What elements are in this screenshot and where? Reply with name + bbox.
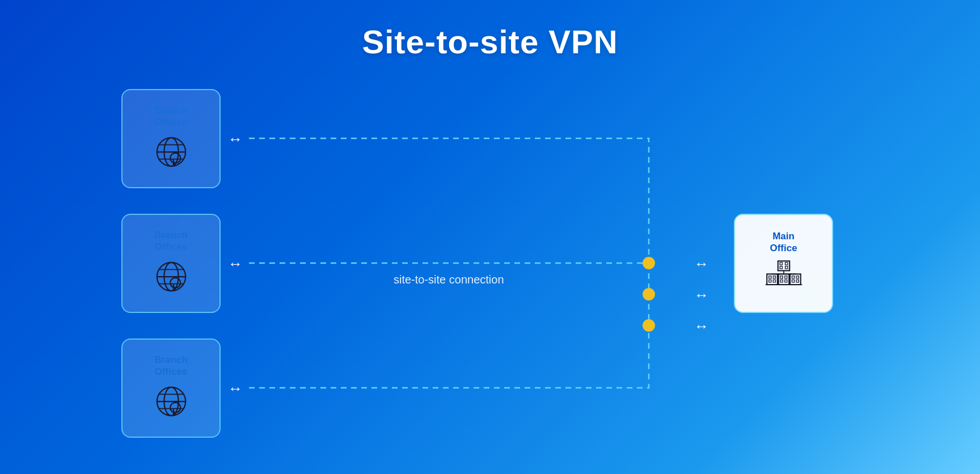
- svg-rect-45: [796, 280, 799, 282]
- globe-icon-top: [151, 132, 192, 172]
- svg-point-15: [172, 287, 175, 290]
- main-office-box: MainOffice: [734, 214, 833, 313]
- arrow-bottom: ↔: [228, 380, 243, 397]
- svg-point-50: [643, 288, 655, 301]
- branch-top-label: BranchOffices: [154, 105, 188, 128]
- svg-point-23: [172, 412, 175, 415]
- svg-rect-44: [792, 280, 794, 282]
- svg-rect-34: [768, 280, 771, 282]
- svg-rect-35: [773, 280, 775, 282]
- svg-rect-40: [784, 280, 787, 282]
- svg-rect-26: [785, 263, 787, 265]
- arrow-right-bottom: ↔: [694, 318, 709, 335]
- svg-rect-27: [780, 266, 782, 269]
- arrow-top: ↔: [228, 130, 243, 148]
- main-office-label: MainOffice: [770, 231, 797, 254]
- svg-rect-37: [780, 276, 783, 278]
- svg-point-21: [170, 403, 180, 413]
- branch-bottom-label: BranchOffices: [154, 354, 188, 378]
- svg-point-13: [170, 278, 180, 288]
- svg-rect-43: [796, 276, 799, 278]
- svg-rect-33: [773, 276, 775, 278]
- svg-rect-42: [792, 276, 794, 278]
- connection-label: site-to-site connection: [394, 273, 504, 286]
- svg-rect-38: [784, 276, 787, 278]
- diagram-area: BranchOffices BranchOffices: [93, 72, 887, 458]
- svg-rect-28: [785, 266, 787, 269]
- svg-rect-39: [780, 280, 783, 282]
- branch-box-top: BranchOffices: [121, 89, 221, 188]
- arrow-right-top: ↔: [694, 255, 709, 273]
- arrow-right-middle: ↔: [694, 286, 709, 304]
- page-title: Site-to-site VPN: [362, 23, 618, 61]
- svg-rect-32: [768, 276, 771, 278]
- building-icon: [764, 257, 803, 296]
- svg-rect-25: [780, 263, 782, 265]
- globe-icon-bottom: [151, 381, 192, 422]
- globe-icon-middle: [151, 256, 192, 297]
- svg-point-7: [172, 163, 175, 166]
- branch-box-middle: BranchOffices: [121, 214, 221, 313]
- branch-middle-label: BranchOffices: [154, 230, 188, 253]
- svg-point-51: [643, 319, 655, 332]
- svg-point-49: [643, 257, 655, 269]
- svg-point-5: [170, 153, 180, 163]
- arrow-middle: ↔: [228, 255, 243, 273]
- branch-box-bottom: BranchOffices: [121, 338, 221, 438]
